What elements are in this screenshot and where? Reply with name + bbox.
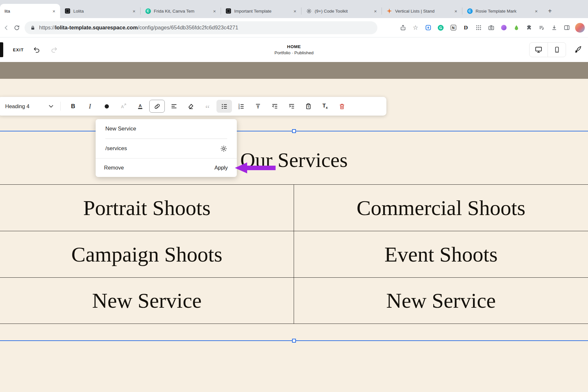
lock-icon[interactable] xyxy=(30,25,35,30)
tab-close-icon[interactable]: × xyxy=(51,8,57,14)
strikethrough-button[interactable]: T xyxy=(250,100,266,113)
playlist-icon[interactable] xyxy=(536,23,547,33)
italic-button[interactable]: I xyxy=(82,100,98,113)
d-extension-icon[interactable]: D xyxy=(460,23,471,33)
svg-text:A: A xyxy=(139,103,142,108)
link-editor-popover: Remove Apply xyxy=(96,119,237,177)
tab-rosie-template[interactable]: C Rosie Template Mark × xyxy=(462,4,542,18)
browser-action-icons: ☆ G N D xyxy=(397,23,585,33)
tab-close-icon[interactable]: × xyxy=(373,8,378,14)
template-favicon-icon xyxy=(226,8,231,14)
install-extension-icon[interactable] xyxy=(423,23,434,33)
link-text-input[interactable] xyxy=(105,126,227,132)
tab-close-icon[interactable]: × xyxy=(533,8,539,14)
puzzle-extensions-icon[interactable] xyxy=(523,23,534,33)
url-bar[interactable]: https://lolita-template.squarespace.com/… xyxy=(25,21,377,34)
table-cell[interactable]: Event Shoots xyxy=(294,231,588,277)
reload-icon[interactable] xyxy=(12,23,22,33)
sidebar-panel-icon[interactable] xyxy=(561,23,572,33)
clear-formatting-button[interactable]: Tx xyxy=(317,100,333,113)
svg-text:3: 3 xyxy=(238,107,240,109)
back-icon[interactable] xyxy=(1,23,12,33)
section-heading[interactable]: Our Services xyxy=(0,145,588,176)
blockquote-button[interactable]: “ xyxy=(200,100,215,113)
site-styles-brush-icon[interactable] xyxy=(573,45,582,54)
trash-icon xyxy=(339,103,345,109)
new-tab-button[interactable]: + xyxy=(545,6,555,16)
tab-title: Vertical Lists | Stand xyxy=(395,9,451,14)
bold-button[interactable]: B xyxy=(65,100,81,113)
toolbar-divider xyxy=(60,102,61,111)
paste-as-text-icon: T xyxy=(305,103,311,109)
chevron-down-icon xyxy=(49,105,53,108)
tab-close-icon[interactable]: × xyxy=(131,8,137,14)
downloads-icon[interactable] xyxy=(549,23,560,33)
mobile-preview-icon[interactable] xyxy=(548,43,566,57)
undo-icon[interactable] xyxy=(32,45,41,54)
indent-button[interactable] xyxy=(284,100,299,113)
remove-link-button[interactable]: Remove xyxy=(104,165,124,171)
numbered-list-icon: 123 xyxy=(238,103,244,109)
tab-close-icon[interactable]: × xyxy=(292,8,298,14)
text-formatting-toolbar: Heading 4 B I A A “ 123 T T Tx xyxy=(0,97,386,116)
tab-frida-kit[interactable]: C Frida Kit, Canva Tem × xyxy=(141,4,221,18)
tab-title: Lolita xyxy=(73,9,129,14)
font-size-icon: A xyxy=(120,103,127,109)
link-url-input[interactable] xyxy=(105,145,220,152)
bulleted-list-button[interactable] xyxy=(216,100,232,113)
highlight-icon: A xyxy=(137,103,143,109)
tab-lolita[interactable]: Lolita × xyxy=(60,4,140,18)
link-settings-gear-icon[interactable] xyxy=(220,145,227,152)
outdent-icon xyxy=(272,103,278,109)
rosie-favicon-icon: C xyxy=(467,8,473,14)
table-cell[interactable]: New Service xyxy=(294,277,588,324)
redo-icon[interactable] xyxy=(50,45,59,54)
desktop-preview-icon[interactable] xyxy=(530,43,548,57)
link-button[interactable] xyxy=(149,100,165,113)
camera-icon[interactable] xyxy=(486,23,497,33)
section-resize-handle[interactable] xyxy=(292,129,296,133)
notion-icon[interactable]: N xyxy=(448,23,459,33)
page-indicator: HOME Portfolio · Published xyxy=(0,37,588,62)
purple-extension-icon[interactable] xyxy=(498,23,509,33)
numbered-list-button[interactable]: 123 xyxy=(233,100,249,113)
apply-link-button[interactable]: Apply xyxy=(215,165,228,171)
tab-code-toolkit[interactable]: (9+) Code Toolkit × xyxy=(301,4,382,18)
tab-close-icon[interactable]: × xyxy=(212,8,217,14)
section-resize-handle[interactable] xyxy=(292,339,296,343)
tab-close-icon[interactable]: × xyxy=(453,8,459,14)
tab-title: lita xyxy=(5,9,49,14)
hero-image-fragment xyxy=(0,62,588,79)
tab-vertical-lists[interactable]: Vertical Lists | Stand × xyxy=(382,4,462,18)
bulleted-list-icon xyxy=(221,103,227,109)
profile-avatar[interactable] xyxy=(575,23,585,33)
delete-block-button[interactable] xyxy=(334,100,350,113)
svg-text:T: T xyxy=(308,105,310,108)
apps-grid-icon[interactable] xyxy=(473,23,484,33)
table-cell[interactable]: Commercial Shoots xyxy=(294,184,588,231)
share-icon[interactable] xyxy=(397,23,408,33)
text-style-value: Heading 4 xyxy=(5,103,29,109)
outdent-button[interactable] xyxy=(267,100,282,113)
clear-highlight-button[interactable] xyxy=(183,100,198,113)
tab-important-template[interactable]: Important Template × xyxy=(221,4,301,18)
paste-as-text-button[interactable]: T xyxy=(300,100,316,113)
exit-button[interactable]: EXIT xyxy=(13,47,24,52)
highlight-color-button[interactable]: A xyxy=(132,100,148,113)
font-size-button[interactable]: A xyxy=(116,100,131,113)
text-color-button[interactable] xyxy=(99,100,114,113)
droplet-icon[interactable] xyxy=(511,23,522,33)
tab-lolita-editor[interactable]: lita × xyxy=(0,4,60,18)
gear-favicon-icon xyxy=(306,8,312,14)
table-cell[interactable]: New Service xyxy=(0,277,294,324)
table-cell[interactable]: Campaign Shoots xyxy=(0,231,294,277)
page-title: HOME xyxy=(287,44,301,49)
text-style-dropdown[interactable]: Heading 4 xyxy=(5,103,57,109)
grammarly-icon[interactable]: G xyxy=(435,23,446,33)
section-boundary-top xyxy=(0,131,588,131)
editor-header: EXIT HOME Portfolio · Published xyxy=(0,37,588,62)
tab-title: Rosie Template Mark xyxy=(476,9,531,14)
bookmark-star-icon[interactable]: ☆ xyxy=(410,23,421,33)
table-cell[interactable]: Portrait Shoots xyxy=(0,184,294,231)
align-button[interactable] xyxy=(166,100,182,113)
